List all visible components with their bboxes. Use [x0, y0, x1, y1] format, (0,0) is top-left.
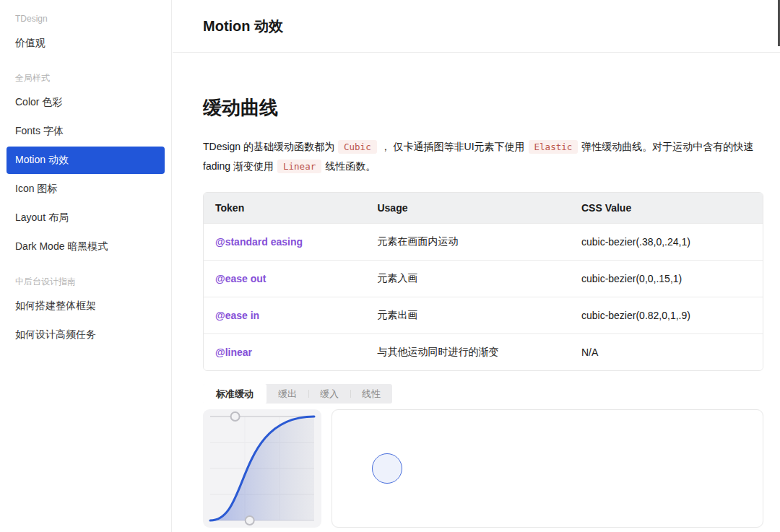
sidebar-item-tasks[interactable]: 如何设计高频任务 [0, 320, 171, 349]
sidebar-item-color[interactable]: Color 色彩 [0, 88, 171, 117]
table-row: @linear 与其他运动同时进行的渐变 N/A [204, 334, 763, 371]
table-header-row: Token Usage CSS Value [204, 193, 763, 224]
intro-text: TDesign 的基础缓动函数都为 [203, 141, 334, 152]
sidebar-group-label: 全局样式 [0, 68, 171, 88]
usage-cell: 元素入画 [365, 261, 570, 297]
tab-ease-in[interactable]: 缓入 [308, 384, 350, 404]
motion-ball [372, 453, 402, 484]
page-header: Motion 动效 [173, 0, 780, 53]
sidebar-group-label: TDesign [0, 9, 171, 29]
sidebar-item-dark-mode[interactable]: Dark Mode 暗黑模式 [0, 232, 171, 261]
intro-text: 线性函数。 [325, 160, 376, 172]
sidebar-group-tdesign: TDesign 价值观 [0, 9, 171, 58]
token-cell: @standard easing [204, 224, 365, 261]
sidebar-item-motion[interactable]: Motion 动效 [6, 147, 165, 174]
sidebar-group-guide: 中后台设计指南 如何搭建整体框架 如何设计高频任务 [0, 271, 171, 349]
code-tag-linear: Linear [277, 160, 321, 173]
tab-linear[interactable]: 线性 [350, 384, 392, 404]
easing-tokens-table: Token Usage CSS Value @standard easing 元… [203, 192, 763, 371]
token-cell: @ease in [204, 297, 365, 334]
sidebar-item-values[interactable]: 价值观 [0, 29, 171, 58]
table-row: @ease in 元素出画 cubic-bezier(0.82,0,1,.9) [204, 297, 763, 334]
tab-ease-out[interactable]: 缓出 [266, 384, 308, 404]
content-area: 缓动曲线 TDesign 的基础缓动函数都为Cubic， 仅卡通插图等非UI元素… [173, 95, 780, 528]
sidebar-item-layout[interactable]: Layout 布局 [0, 204, 171, 232]
section-title: 缓动曲线 [203, 95, 763, 121]
css-value-cell: N/A [570, 334, 763, 371]
easing-curve-chart [203, 409, 321, 528]
curve-handle-bottom[interactable] [246, 516, 254, 525]
easing-curve-card [203, 409, 321, 528]
css-value-cell: cubic-bezier(0.82,0,1,.9) [570, 297, 763, 334]
token-cell: @linear [204, 334, 365, 371]
sidebar-group-label: 中后台设计指南 [0, 271, 171, 292]
token-cell: @ease out [204, 261, 365, 297]
easing-demo-tabs: 标准缓动 缓出 缓入 线性 [203, 384, 392, 404]
tab-standard-easing[interactable]: 标准缓动 [203, 384, 266, 404]
usage-cell: 与其他运动同时进行的渐变 [365, 334, 570, 371]
sidebar-item-icon[interactable]: Icon 图标 [0, 175, 171, 204]
column-header-usage: Usage [365, 193, 570, 224]
sidebar-item-fonts[interactable]: Fonts 字体 [0, 117, 171, 146]
curve-handle-top[interactable] [231, 412, 240, 421]
table-row: @standard easing 元素在画面内运动 cubic-bezier(.… [204, 224, 763, 261]
css-value-cell: cubic-bezier(.38,0,.24,1) [570, 224, 763, 261]
usage-cell: 元素在画面内运动 [365, 224, 570, 261]
intro-paragraph: TDesign 的基础缓动函数都为Cubic， 仅卡通插图等非UI元素下使用El… [203, 137, 763, 176]
sidebar-item-framework[interactable]: 如何搭建整体框架 [0, 292, 171, 320]
table-row: @ease out 元素入画 cubic-bezier(0,0,.15,1) [204, 261, 763, 297]
intro-text: ， 仅卡通插图等非UI元素下使用 [381, 141, 525, 152]
main-content: Motion 动效 缓动曲线 TDesign 的基础缓动函数都为Cubic， 仅… [173, 0, 780, 532]
code-tag-elastic: Elastic [529, 140, 578, 154]
usage-cell: 元素出画 [365, 297, 570, 334]
sidebar-group-global-styles: 全局样式 Color 色彩 Fonts 字体 Motion 动效 Icon 图标… [0, 68, 171, 261]
css-value-cell: cubic-bezier(0,0,.15,1) [570, 261, 763, 297]
code-tag-cubic: Cubic [338, 140, 377, 154]
sidebar: TDesign 价值观 全局样式 Color 色彩 Fonts 字体 Motio… [0, 0, 172, 532]
column-header-token: Token [204, 193, 365, 224]
easing-demo-row [203, 409, 763, 528]
page-title: Motion 动效 [203, 17, 283, 36]
column-header-css-value: CSS Value [570, 193, 763, 224]
motion-preview-card [332, 409, 763, 528]
